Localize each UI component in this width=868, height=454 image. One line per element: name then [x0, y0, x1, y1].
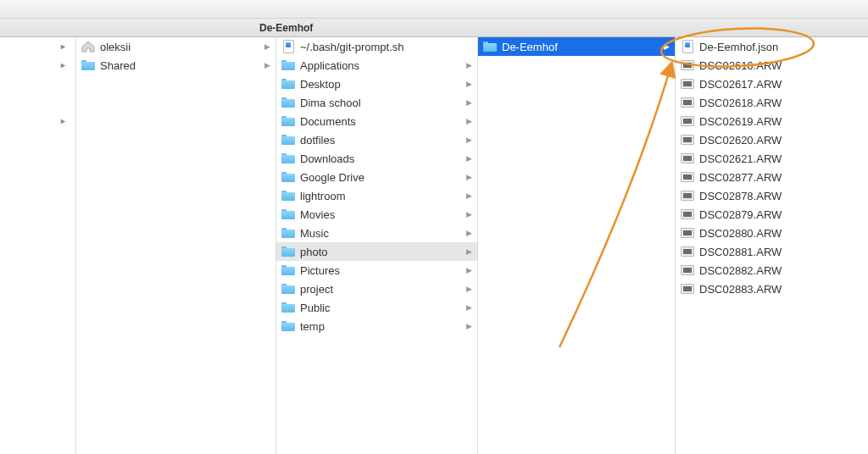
folder-icon: [281, 282, 295, 296]
chevron-right-icon: ▶: [464, 117, 472, 125]
item-label: Music: [300, 227, 464, 240]
file-item[interactable]: DSC02618.ARW: [676, 93, 868, 112]
folder-icon: [281, 170, 295, 184]
file-item[interactable]: DSC02620.ARW: [676, 130, 868, 149]
home-item[interactable]: temp▶: [276, 317, 477, 335]
item-label: photo: [300, 246, 464, 258]
raw-image-icon: [681, 170, 694, 184]
file-item[interactable]: DSC02879.ARW: [676, 205, 868, 224]
item-label: Dima school: [300, 97, 464, 109]
file-item[interactable]: DSC02883.ARW: [676, 280, 868, 298]
disclosure-triangle-icon[interactable]: ►: [0, 112, 75, 130]
item-label: De-Eemhof.json: [699, 41, 863, 53]
folder-icon: [281, 301, 295, 314]
disclosure-triangle-icon[interactable]: ►: [0, 37, 75, 56]
item-label: Public: [300, 302, 464, 314]
raw-image-icon: [681, 152, 694, 165]
disclosure-triangle-icon[interactable]: ►: [0, 56, 75, 75]
folder-icon: [81, 58, 95, 72]
raw-image-icon: [681, 189, 694, 202]
item-label: DSC02619.ARW: [699, 115, 863, 128]
folder-icon: [281, 208, 295, 221]
chevron-right-icon: ▶: [464, 285, 472, 293]
home-item[interactable]: Pictures▶: [276, 261, 477, 280]
file-item[interactable]: DSC02619.ARW: [676, 112, 868, 130]
home-item[interactable]: Google Drive▶: [276, 168, 477, 186]
home-item[interactable]: Desktop▶: [276, 75, 477, 93]
item-label: dotfiles: [300, 134, 464, 147]
file-item[interactable]: DSC02878.ARW: [676, 186, 868, 205]
item-label: Google Drive: [300, 171, 464, 184]
chevron-right-icon: ▶: [464, 303, 472, 312]
home-item[interactable]: photo▶: [276, 242, 477, 261]
item-label: temp: [300, 320, 464, 333]
home-icon: [81, 40, 95, 53]
item-label: Documents: [300, 115, 464, 128]
home-item[interactable]: ~/.bash/git-prompt.sh: [276, 37, 477, 56]
document-icon: [681, 40, 694, 53]
home-item[interactable]: lightroom▶: [276, 186, 477, 205]
item-label: Shared: [100, 59, 262, 72]
chevron-right-icon: ▶: [464, 61, 472, 69]
folder-icon: [281, 245, 295, 258]
item-label: DSC02879.ARW: [699, 208, 863, 221]
chevron-right-icon: ▶: [464, 247, 472, 256]
chevron-right-icon: ▶: [464, 154, 472, 163]
column-sidebar-gutter: ►►►: [0, 37, 76, 454]
raw-image-icon: [681, 263, 694, 277]
item-label: DSC02616.ARW: [699, 59, 863, 72]
file-item[interactable]: DSC02617.ARW: [676, 75, 868, 93]
home-item[interactable]: Movies▶: [276, 205, 477, 224]
raw-image-icon: [681, 133, 694, 147]
chevron-right-icon: ▶: [464, 322, 472, 330]
file-item[interactable]: DSC02880.ARW: [676, 224, 868, 242]
photo-item[interactable]: De-Eemhof▶: [478, 37, 675, 56]
file-item[interactable]: DSC02877.ARW: [676, 168, 868, 186]
file-item[interactable]: DSC02882.ARW: [676, 261, 868, 280]
column-home: ~/.bash/git-prompt.shApplications▶Deskto…: [276, 37, 478, 454]
column-de-eemhof: De-Eemhof.jsonDSC02616.ARWDSC02617.ARWDS…: [676, 37, 868, 454]
item-label: DSC02617.ARW: [699, 78, 863, 91]
file-item[interactable]: De-Eemhof.json: [676, 37, 868, 56]
item-label: Movies: [300, 208, 464, 221]
item-label: lightroom: [300, 190, 464, 202]
item-label: ~/.bash/git-prompt.sh: [300, 41, 472, 53]
folder-icon: [281, 96, 295, 109]
sidebar-item-user-home[interactable]: oleksii▶: [76, 37, 275, 56]
chevron-right-icon: ▶: [464, 210, 472, 219]
file-item[interactable]: DSC02881.ARW: [676, 242, 868, 261]
chevron-right-icon: ▶: [262, 61, 270, 69]
home-item[interactable]: Music▶: [276, 224, 477, 242]
sidebar-item-shared[interactable]: Shared▶: [76, 56, 275, 75]
finder-columns: ►►► oleksii▶Shared▶ ~/.bash/git-prompt.s…: [0, 37, 868, 454]
raw-image-icon: [681, 114, 694, 128]
item-label: Applications: [300, 59, 464, 72]
chevron-right-icon: ▶: [464, 98, 472, 107]
item-label: Pictures: [300, 264, 464, 277]
raw-image-icon: [681, 58, 694, 72]
folder-icon: [281, 263, 295, 277]
chevron-right-icon: ▶: [464, 229, 472, 237]
home-item[interactable]: project▶: [276, 280, 477, 298]
chevron-right-icon: ▶: [464, 191, 472, 200]
home-item[interactable]: Dima school▶: [276, 93, 477, 112]
raw-image-icon: [681, 245, 694, 258]
home-item[interactable]: Documents▶: [276, 112, 477, 130]
item-label: DSC02883.ARW: [699, 283, 863, 296]
file-item[interactable]: DSC02616.ARW: [676, 56, 868, 75]
home-item[interactable]: Applications▶: [276, 56, 477, 75]
file-item[interactable]: DSC02621.ARW: [676, 149, 868, 168]
item-label: DSC02882.ARW: [699, 264, 863, 277]
home-item[interactable]: Public▶: [276, 298, 477, 317]
chevron-right-icon: ▶: [464, 266, 472, 274]
raw-image-icon: [681, 282, 694, 296]
home-item[interactable]: dotfiles▶: [276, 130, 477, 149]
path-bar: De-Eemhof: [0, 19, 868, 37]
item-label: DSC02877.ARW: [699, 171, 863, 184]
folder-icon: [281, 226, 295, 240]
home-item[interactable]: Downloads▶: [276, 149, 477, 168]
item-label: DSC02881.ARW: [699, 246, 863, 258]
item-label: De-Eemhof: [502, 41, 661, 53]
chevron-right-icon: ▶: [464, 173, 472, 181]
document-icon: [281, 40, 295, 53]
